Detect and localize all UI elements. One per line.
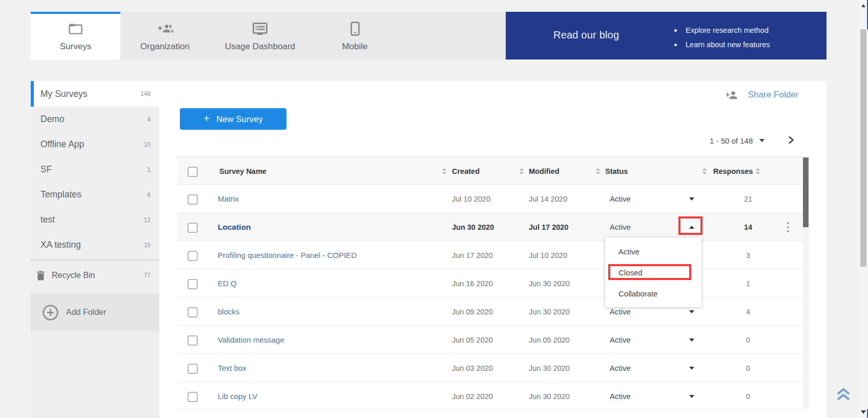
responses-count: 3 xyxy=(738,241,758,269)
scrollbar-up-arrow-icon[interactable] xyxy=(861,4,865,7)
status-value: Active xyxy=(610,213,631,241)
modified-date: Jul 14 2020 xyxy=(529,185,567,213)
sidebar-item-sf[interactable]: SF 1 xyxy=(31,157,159,182)
status-dropdown-toggle[interactable] xyxy=(687,382,697,410)
sidebar-item-my-surveys[interactable]: My Surveys 148 xyxy=(31,81,159,107)
survey-name-link[interactable]: Lib copy LV xyxy=(218,382,257,410)
browser-scrollbar-thumb[interactable] xyxy=(860,29,866,267)
survey-name-link[interactable]: blocks xyxy=(218,297,240,326)
column-header-modified[interactable]: Modified xyxy=(529,157,560,185)
tab-label: Organization xyxy=(140,42,190,52)
row-checkbox[interactable] xyxy=(188,251,198,261)
created-date: Jun 30 2020 xyxy=(452,213,494,241)
survey-name-link[interactable]: Profiling questionnaire - Panel - COPIED xyxy=(218,241,357,269)
status-dropdown-menu: Active Closed Collaborate xyxy=(605,237,701,307)
sidebar-item-recycle-bin[interactable]: Recycle Bin 77 xyxy=(31,261,159,290)
pagination[interactable]: 1 - 50 of 148 xyxy=(710,135,764,146)
status-value: Active xyxy=(610,354,631,382)
folder-count: 77 xyxy=(144,272,151,279)
row-checkbox[interactable] xyxy=(188,392,198,402)
add-folder-button[interactable]: Add Folder xyxy=(31,293,159,331)
scrollbar-down-arrow-icon[interactable] xyxy=(861,410,866,414)
folder-count: 15 xyxy=(144,242,151,249)
tab-surveys[interactable]: Surveys xyxy=(31,12,120,59)
tab-mobile[interactable]: Mobile xyxy=(311,12,399,59)
row-checkbox[interactable] xyxy=(188,223,198,233)
sidebar-item-offline-app[interactable]: Offline App 10 xyxy=(31,132,159,157)
scroll-to-top-button[interactable] xyxy=(836,387,851,403)
share-folder-button[interactable]: Share Folder xyxy=(723,89,798,101)
modified-date: Jun 30 2020 xyxy=(529,382,570,410)
folder-label: Offline App xyxy=(40,139,144,150)
status-value: Active xyxy=(610,326,631,354)
caret-down-icon xyxy=(689,310,694,313)
mobile-icon xyxy=(350,22,360,36)
table-row: ED Q Jun 16 2020 Jun 30 2020 Active 1 xyxy=(177,269,802,297)
tab-label: Surveys xyxy=(60,42,91,52)
created-date: Jun 16 2020 xyxy=(452,269,493,297)
add-folder-label: Add Folder xyxy=(66,308,106,317)
tab-usage-dashboard[interactable]: Usage Dashboard xyxy=(210,12,311,59)
column-header-responses[interactable]: Responses xyxy=(713,157,753,185)
row-checkbox[interactable] xyxy=(188,364,198,374)
dropdown-item-active[interactable]: Active xyxy=(605,241,701,262)
kebab-dot xyxy=(787,222,789,224)
folder-count: 148 xyxy=(140,90,151,97)
dropdown-item-collaborate[interactable]: Collaborate xyxy=(605,283,701,304)
sidebar-item-test[interactable]: test 12 xyxy=(31,207,159,232)
status-dropdown-toggle[interactable] xyxy=(687,326,697,354)
trash-icon xyxy=(36,270,45,281)
column-header-status[interactable]: Status xyxy=(605,157,628,185)
chevron-right-icon xyxy=(788,136,794,144)
sort-icon[interactable] xyxy=(595,168,601,174)
responses-count: 0 xyxy=(738,354,758,382)
survey-name-link[interactable]: Text box xyxy=(218,354,246,382)
status-dropdown-toggle[interactable] xyxy=(687,354,697,382)
new-survey-button[interactable]: + New Survey xyxy=(180,108,286,130)
tab-organization[interactable]: Organization xyxy=(120,12,210,59)
row-checkbox[interactable] xyxy=(188,194,198,205)
main-panel: Share Folder + New Survey 1 - 50 of 148 … xyxy=(159,81,826,418)
survey-name-link[interactable]: Location xyxy=(218,213,251,241)
blog-banner[interactable]: Read our blog Explore research method Le… xyxy=(506,12,826,59)
created-date: Jun 02 2020 xyxy=(452,382,493,410)
survey-name-link[interactable]: Matrix xyxy=(218,185,239,213)
table-scrollbar[interactable] xyxy=(803,157,809,409)
column-header-created[interactable]: Created xyxy=(452,157,480,185)
table-row: Lib copy LV Jun 02 2020 Jun 30 2020 Acti… xyxy=(177,382,802,410)
sort-icon[interactable] xyxy=(702,168,707,174)
status-dropdown-toggle[interactable] xyxy=(687,185,697,213)
survey-name-link[interactable]: Validation message xyxy=(218,326,284,354)
survey-name-link[interactable]: ED Q xyxy=(218,269,237,297)
modified-date: Jul 17 2020 xyxy=(529,213,568,241)
sidebar-item-demo[interactable]: Demo 4 xyxy=(31,107,159,132)
dropdown-item-closed[interactable]: Closed xyxy=(605,262,701,283)
table-scrollbar-thumb[interactable] xyxy=(803,157,809,227)
table-row: Matrix Jul 10 2020 Jul 14 2020 Active 21 xyxy=(177,185,802,213)
row-menu-kebab-icon[interactable] xyxy=(785,213,791,241)
new-survey-label: New Survey xyxy=(216,114,263,124)
column-header-survey-name[interactable]: Survey Name xyxy=(219,157,266,185)
folders-sidebar: My Surveys 148 Demo 4 Offline App 10 SF … xyxy=(31,81,159,418)
folder-count: 12 xyxy=(144,216,151,224)
banner-bullet: Explore research method xyxy=(674,26,770,34)
responses-count: 21 xyxy=(738,185,758,213)
browser-scrollbar[interactable] xyxy=(859,0,868,418)
sort-icon[interactable] xyxy=(755,168,760,174)
status-dropdown-toggle[interactable] xyxy=(687,213,697,241)
next-page-button[interactable] xyxy=(786,133,797,147)
pagination-range: 1 - 50 of 148 xyxy=(710,136,753,145)
bullet-dot-icon xyxy=(674,29,677,32)
row-checkbox[interactable] xyxy=(188,279,198,289)
row-checkbox[interactable] xyxy=(188,307,198,317)
group-add-icon xyxy=(156,22,174,36)
created-date: Jun 05 2020 xyxy=(452,326,493,354)
recycle-bin-label: Recycle Bin xyxy=(52,271,144,280)
sidebar-item-xa-testing[interactable]: XA testing 15 xyxy=(31,232,159,257)
responses-count: 1 xyxy=(738,269,758,297)
row-checkbox[interactable] xyxy=(188,335,198,346)
sort-icon[interactable] xyxy=(519,168,524,174)
sidebar-item-templates[interactable]: Templates 6 xyxy=(31,182,159,207)
sort-icon[interactable] xyxy=(442,168,447,174)
select-all-checkbox[interactable] xyxy=(188,167,198,177)
